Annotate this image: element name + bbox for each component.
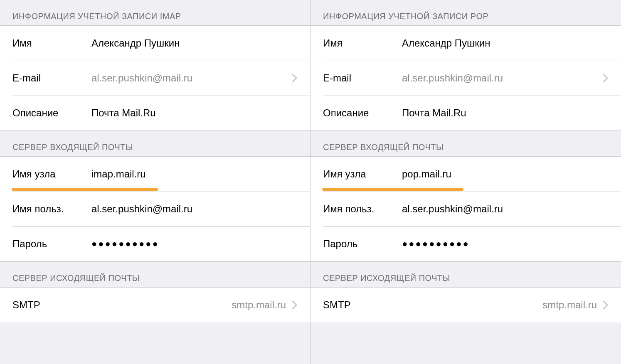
name-row[interactable]: Имя Александр Пушкин (310, 26, 621, 61)
incoming-list: Имя узла imap.mail.ru Имя польз. al.ser.… (0, 156, 310, 262)
highlight-underline (12, 188, 158, 191)
smtp-value: smtp.mail.ru (91, 299, 290, 311)
highlight-underline (322, 188, 463, 191)
smtp-label: SMTP (12, 299, 91, 311)
chevron-right-icon (292, 300, 298, 310)
imap-panel: ИНФОРМАЦИЯ УЧЕТНОЙ ЗАПИСИ IMAP Имя Алекс… (0, 0, 310, 364)
smtp-row[interactable]: SMTP smtp.mail.ru (310, 288, 621, 322)
host-row[interactable]: Имя узла pop.mail.ru (310, 157, 621, 192)
chevron-right-icon (292, 73, 298, 83)
email-label: E-mail (323, 72, 402, 84)
incoming-header: СЕРВЕР ВХОДЯЩЕЙ ПОЧТЫ (310, 131, 621, 156)
email-label: E-mail (12, 72, 91, 84)
pop-panel: ИНФОРМАЦИЯ УЧЕТНОЙ ЗАПИСИ POP Имя Алекса… (310, 0, 621, 364)
password-label: Пароль (323, 238, 402, 250)
description-value: Почта Mail.Ru (91, 107, 298, 119)
password-row[interactable]: Пароль ●●●●●●●●●● (310, 226, 621, 261)
smtp-label: SMTP (323, 299, 402, 311)
chevron-right-icon (603, 73, 609, 83)
name-row[interactable]: Имя Александр Пушкин (0, 26, 310, 61)
incoming-header: СЕРВЕР ВХОДЯЩЕЙ ПОЧТЫ (0, 131, 310, 156)
description-row[interactable]: Описание Почта Mail.Ru (0, 96, 310, 130)
incoming-list: Имя узла pop.mail.ru Имя польз. al.ser.p… (310, 156, 621, 262)
user-value: al.ser.pushkin@mail.ru (91, 203, 298, 215)
host-row[interactable]: Имя узла imap.mail.ru (0, 157, 310, 192)
outgoing-list: SMTP smtp.mail.ru (0, 287, 310, 322)
outgoing-header: СЕРВЕР ИСХОДЯЩЕЙ ПОЧТЫ (0, 262, 310, 287)
password-value: ●●●●●●●●●● (91, 239, 298, 249)
description-label: Описание (12, 107, 91, 119)
email-value: al.ser.pushkin@mail.ru (91, 72, 290, 84)
user-row[interactable]: Имя польз. al.ser.pushkin@mail.ru (0, 192, 310, 226)
account-info-header: ИНФОРМАЦИЯ УЧЕТНОЙ ЗАПИСИ POP (310, 0, 621, 25)
email-row[interactable]: E-mail al.ser.pushkin@mail.ru (0, 61, 310, 96)
password-value: ●●●●●●●●●● (402, 239, 609, 249)
smtp-row[interactable]: SMTP smtp.mail.ru (0, 288, 310, 322)
name-label: Имя (323, 37, 402, 49)
user-label: Имя польз. (12, 203, 91, 215)
name-value: Александр Пушкин (402, 37, 609, 49)
chevron-right-icon (603, 300, 609, 310)
account-info-header: ИНФОРМАЦИЯ УЧЕТНОЙ ЗАПИСИ IMAP (0, 0, 310, 25)
email-row[interactable]: E-mail al.ser.pushkin@mail.ru (310, 61, 621, 96)
name-value: Александр Пушкин (91, 37, 298, 49)
account-info-list: Имя Александр Пушкин E-mail al.ser.pushk… (310, 25, 621, 131)
host-value: pop.mail.ru (402, 168, 609, 180)
password-row[interactable]: Пароль ●●●●●●●●●● (0, 226, 310, 261)
outgoing-header: СЕРВЕР ИСХОДЯЩЕЙ ПОЧТЫ (310, 262, 621, 287)
user-row[interactable]: Имя польз. al.ser.pushkin@mail.ru (310, 192, 621, 226)
user-value: al.ser.pushkin@mail.ru (402, 203, 609, 215)
account-info-list: Имя Александр Пушкин E-mail al.ser.pushk… (0, 25, 310, 131)
smtp-value: smtp.mail.ru (402, 299, 601, 311)
user-label: Имя польз. (323, 203, 402, 215)
description-label: Описание (323, 107, 402, 119)
description-value: Почта Mail.Ru (402, 107, 609, 119)
host-value: imap.mail.ru (91, 168, 298, 180)
host-label: Имя узла (12, 168, 91, 180)
password-label: Пароль (12, 238, 91, 250)
outgoing-list: SMTP smtp.mail.ru (310, 287, 621, 322)
description-row[interactable]: Описание Почта Mail.Ru (310, 96, 621, 130)
name-label: Имя (12, 37, 91, 49)
email-value: al.ser.pushkin@mail.ru (402, 72, 601, 84)
host-label: Имя узла (323, 168, 402, 180)
